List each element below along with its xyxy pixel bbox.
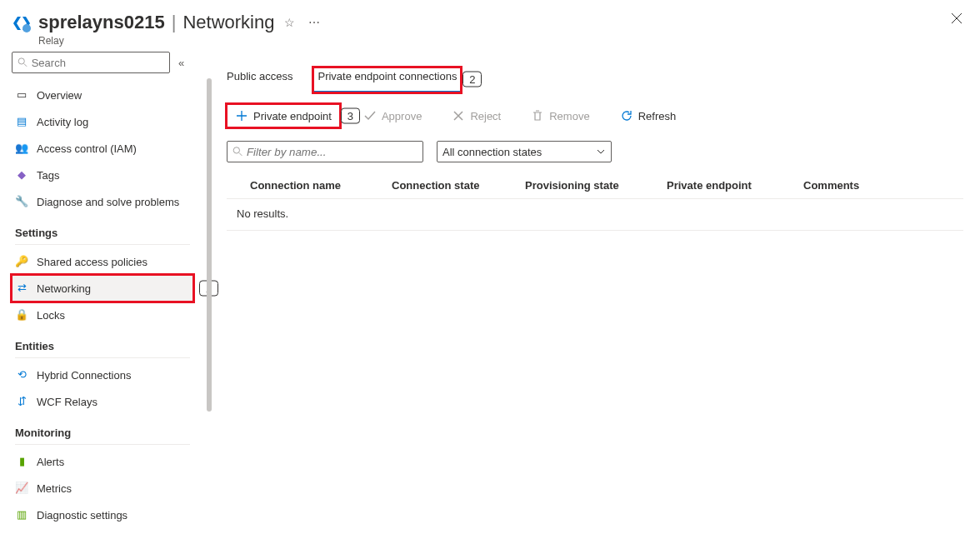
callout-2: 2 [462,71,482,87]
tab-public-access[interactable]: Public access [227,67,292,92]
sidebar-item-diagnostic[interactable]: ▥Diagnostic settings [12,502,193,528]
nav-label: Shared access policies [37,256,148,268]
sidebar-group-entities: Entities [15,340,190,358]
sidebar-group-monitoring: Monitoring [15,427,190,445]
tag-icon: ◆ [15,168,28,182]
filter-row: All connection states [227,141,963,162]
sidebar-search[interactable] [12,52,170,73]
nav-label: Access control (IAM) [37,142,137,155]
svg-point-1 [18,58,24,64]
btn-label: Refresh [638,110,677,122]
wrench-icon: 🔧 [15,195,28,208]
sidebar-item-metrics[interactable]: 📈Metrics [12,475,193,502]
sidebar-item-wcf[interactable]: ⇵WCF Relays [12,388,193,415]
tabs: Public access Private endpoint connectio… [227,67,963,92]
collapse-sidebar-icon[interactable]: « [178,57,184,69]
svg-point-0 [22,24,31,32]
sidebar: « ▭Overview ▤Activity log 👥Access contro… [0,52,197,534]
people-icon: 👥 [15,142,28,155]
resource-type: Relay [38,35,963,47]
nav-label: Locks [37,309,65,322]
btn-label: Reject [470,110,501,122]
approve-button: Approve [357,106,428,126]
activity-log-icon: ▤ [15,115,28,128]
sidebar-item-iam[interactable]: 👥Access control (IAM) [12,135,193,162]
main-content: Public access Private endpoint connectio… [197,52,980,534]
sidebar-item-networking[interactable]: ⇄ Networking 1 [12,275,193,302]
nav-label: Overview [37,89,82,102]
network-icon: ⇄ [15,282,28,295]
sidebar-item-locks[interactable]: 🔒Locks [12,302,193,328]
col-private-endpoint: Private endpoint [667,179,803,192]
favorite-star-icon[interactable]: ☆ [281,12,298,32]
nav-label: Tags [37,169,59,182]
overview-icon: ▭ [15,88,28,102]
tab-label: Private endpoint connections [318,70,457,82]
col-connection-state: Connection state [392,179,525,192]
btn-label: Remove [549,110,589,122]
resource-name: sprelayns0215 [38,12,165,33]
nav-label: Activity log [37,116,88,128]
key-icon: 🔑 [15,255,28,268]
nav-label: WCF Relays [37,396,98,408]
nav-label: Diagnostic settings [37,509,128,522]
connection-state-dropdown[interactable]: All connection states [437,141,612,162]
page-title: Networking [182,12,274,33]
sidebar-group-settings: Settings [15,227,190,245]
sidebar-item-activity-log[interactable]: ▤Activity log [12,108,193,135]
lock-icon: 🔒 [15,308,28,322]
plus-icon [235,109,248,122]
svg-line-4 [239,153,242,156]
reject-button: Reject [445,106,508,126]
hybrid-icon: ⟲ [15,368,28,382]
dropdown-label: All connection states [442,146,542,158]
search-input[interactable] [32,57,164,69]
btn-label: Private endpoint [253,110,332,122]
metrics-icon: 📈 [15,482,28,495]
svg-point-3 [233,147,239,153]
refresh-button[interactable]: Refresh [613,106,683,126]
title-separator: | [172,12,177,33]
wcf-icon: ⇵ [15,395,28,408]
add-private-endpoint-button[interactable]: Private endpoint 3 [227,104,340,127]
more-menu-icon[interactable]: ⋯ [305,12,323,32]
nav-label: Hybrid Connections [37,369,131,382]
search-icon [18,57,28,68]
diagnostic-icon: ▥ [15,508,28,522]
col-connection-name: Connection name [250,179,392,192]
sidebar-item-overview[interactable]: ▭Overview [12,82,193,108]
col-provisioning-state: Provisioning state [525,179,667,192]
close-icon[interactable] [950,12,963,25]
nav-label: Diagnose and solve problems [37,196,179,208]
col-comments: Comments [803,179,963,192]
tab-private-endpoint[interactable]: Private endpoint connections 2 [312,67,462,93]
btn-label: Approve [382,110,422,122]
sidebar-item-hybrid[interactable]: ⟲Hybrid Connections [12,362,193,388]
check-icon [363,109,377,122]
sidebar-item-alerts[interactable]: ▮Alerts [12,448,193,475]
remove-button: Remove [524,106,596,126]
no-results-row: No results. [227,199,963,231]
nav-label: Alerts [37,456,64,468]
toolbar: Private endpoint 3 Approve Reject Remove… [227,104,963,127]
alerts-icon: ▮ [15,455,28,468]
sidebar-item-tags[interactable]: ◆Tags [12,162,193,188]
relay-resource-icon [12,13,32,33]
callout-3: 3 [341,108,360,124]
page-header: sprelayns0215 | Networking ☆ ⋯ Relay [0,0,980,52]
filter-by-name[interactable] [227,141,423,162]
nav-label: Networking [37,282,91,295]
refresh-icon [620,109,633,122]
filter-name-input[interactable] [247,146,418,158]
chevron-down-icon [596,147,606,157]
nav-label: Metrics [37,482,72,495]
sidebar-item-shared-access[interactable]: 🔑Shared access policies [12,248,193,275]
table-header: Connection name Connection state Provisi… [227,172,963,199]
svg-line-2 [24,64,27,67]
search-icon [232,146,243,157]
sidebar-item-diagnose[interactable]: 🔧Diagnose and solve problems [12,188,193,215]
x-icon [452,109,465,122]
trash-icon [531,109,544,122]
